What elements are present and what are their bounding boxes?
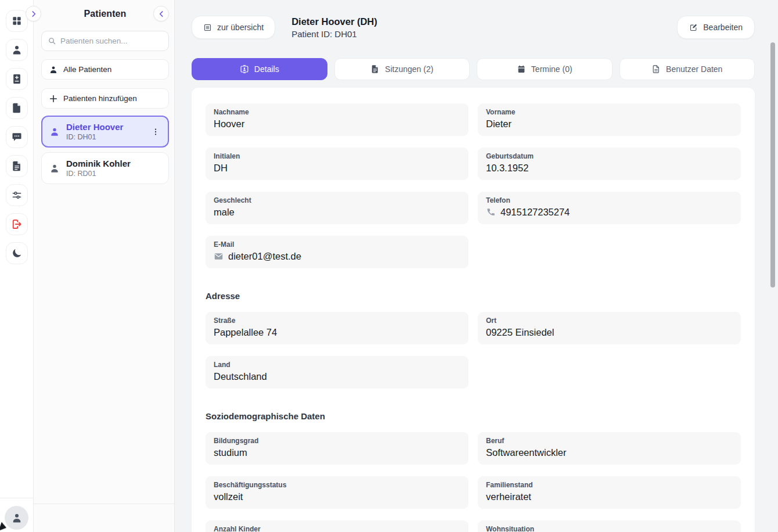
field-label: Nachname	[214, 108, 460, 116]
envelope-icon	[214, 251, 224, 261]
field-label: Beschäftigungsstatus	[214, 481, 460, 489]
field-label: Straße	[214, 317, 460, 325]
tab-benutzer-daten[interactable]: Benutzer Daten	[619, 58, 755, 80]
field-label: E-Mail	[214, 240, 460, 249]
field-ort: Ort09225 Einsiedel	[478, 312, 741, 344]
logout-icon	[11, 218, 23, 230]
field-wohnsituation: Wohnsituation	[478, 520, 741, 532]
kebab-icon	[151, 127, 160, 136]
file-text-icon	[370, 64, 380, 74]
field-value: DH	[214, 162, 228, 174]
field-label: Wohnsituation	[486, 525, 733, 532]
id-card-icon	[240, 64, 249, 74]
page-title: Dieter Hoover (DH)	[291, 16, 377, 27]
panel-footer-divider	[34, 504, 174, 532]
chat-button[interactable]	[6, 126, 28, 148]
patient-menu-button[interactable]	[149, 125, 163, 139]
field-value: Pappelallee 74	[214, 326, 277, 339]
patient-name: Dominik Kohler	[66, 159, 131, 168]
person-icon	[49, 163, 60, 174]
book-plus-icon	[11, 73, 23, 85]
field-value: Deutschland	[214, 371, 267, 383]
patients-panel: Patienten Alle PatientenPatienten hinzuf…	[34, 0, 175, 532]
dashboard-button[interactable]	[6, 10, 28, 32]
file-icon	[11, 102, 23, 114]
edit-icon	[689, 23, 698, 32]
user-avatar[interactable]	[5, 506, 28, 530]
patient-name: Dieter Hoover	[66, 122, 123, 132]
patient-id-subtitle: Patient ID: DH01	[291, 29, 377, 39]
reports-button[interactable]	[6, 155, 28, 177]
person-icon	[11, 44, 23, 56]
documents-button[interactable]	[6, 97, 28, 119]
field-label: Vorname	[486, 108, 733, 116]
field-label: Familienstand	[486, 481, 733, 489]
field-label: Geschlecht	[214, 196, 460, 204]
field-grid: BildungsgradstudiumBerufSoftwareentwickl…	[206, 432, 741, 532]
edit-button[interactable]: Bearbeiten	[677, 16, 755, 39]
field-label: Anzahl Kinder	[214, 525, 460, 532]
all-patients-button[interactable]: Alle Patienten	[41, 59, 169, 80]
field-label: Beruf	[486, 437, 733, 445]
field-vorname: VornameDieter	[478, 103, 741, 136]
chat-icon	[11, 131, 23, 143]
patient-details-card: NachnameHooverVornameDieterInitialenDHGe…	[192, 88, 755, 532]
field-value: 09225 Einsiedel	[486, 326, 554, 339]
settings-button[interactable]	[6, 184, 28, 206]
field-value: 4915127235274	[500, 206, 570, 218]
vertical-scrollbar[interactable]	[770, 42, 775, 287]
field-land: LandDeutschland	[206, 356, 469, 389]
back-button-label: zur übersicht	[217, 23, 264, 32]
field-stra-e: StraßePappelallee 74	[206, 312, 469, 344]
field-label: Initialen	[214, 152, 460, 160]
field-label: Ort	[486, 317, 733, 325]
panel-title: Patienten	[84, 9, 127, 19]
tab-details[interactable]: Details	[192, 58, 327, 80]
patients-button[interactable]	[6, 39, 28, 61]
field-grid: StraßePappelallee 74Ort09225 EinsiedelLa…	[206, 312, 741, 389]
plus-icon	[49, 94, 58, 103]
chevron-right-icon	[30, 10, 38, 18]
moon-icon	[11, 247, 23, 259]
main-header: zur übersicht Dieter Hoover (DH) Patient…	[192, 16, 755, 39]
edit-button-label: Bearbeiten	[703, 23, 743, 32]
section-title-adresse: Adresse	[206, 291, 741, 301]
field-telefon: Telefon4915127235274	[478, 192, 741, 224]
grid-icon	[11, 15, 23, 27]
field-label: Bildungsgrad	[214, 437, 460, 445]
overview-list-icon	[203, 23, 212, 32]
field-e-mail: E-Maildieter01@test.de	[206, 236, 469, 268]
expand-panel-button[interactable]	[26, 6, 41, 21]
icon-rail	[0, 0, 34, 532]
patient-id: ID: DH01	[66, 133, 123, 141]
tab-termine-0[interactable]: Termine (0)	[477, 58, 613, 80]
sliders-icon	[11, 189, 23, 201]
phone-icon	[486, 207, 496, 217]
field-besch-ftigungsstatus: Beschäftigungsstatusvollzeit	[206, 476, 469, 509]
patient-card-dominik-kohler[interactable]: Dominik KohlerID: RD01	[41, 152, 169, 184]
field-value: Dieter	[486, 118, 512, 130]
field-value: male	[214, 206, 235, 218]
file-text-icon	[11, 160, 23, 172]
patient-card-dieter-hoover[interactable]: Dieter HooverID: DH01	[41, 116, 169, 148]
dark-mode-button[interactable]	[6, 242, 28, 264]
main-area: zur übersicht Dieter Hoover (DH) Patient…	[175, 0, 778, 532]
field-label: Geburtsdatum	[486, 152, 733, 160]
patient-id: ID: RD01	[66, 170, 131, 178]
logout-button[interactable]	[6, 213, 28, 235]
button-label: Patienten hinzufügen	[63, 94, 137, 103]
add-patient-button[interactable]: Patienten hinzufügen	[41, 88, 169, 109]
field-familienstand: Familienstandverheiratet	[478, 476, 741, 509]
collapse-panel-button[interactable]	[153, 6, 169, 21]
section-title-soziodemographische-daten: Soziodemographische Daten	[206, 411, 741, 421]
search-input[interactable]	[60, 37, 163, 45]
add-record-button[interactable]	[6, 68, 28, 90]
person-icon	[49, 65, 58, 74]
patient-search	[41, 31, 169, 51]
tab-bar: DetailsSitzungen (2)Termine (0)Benutzer …	[192, 58, 755, 80]
field-anzahl-kinder: Anzahl Kinder	[206, 520, 469, 532]
tab-label: Sitzungen (2)	[385, 64, 433, 74]
field-value: 10.3.1952	[486, 162, 528, 174]
back-to-overview-button[interactable]: zur übersicht	[192, 16, 275, 39]
tab-sitzungen-2[interactable]: Sitzungen (2)	[334, 58, 470, 80]
